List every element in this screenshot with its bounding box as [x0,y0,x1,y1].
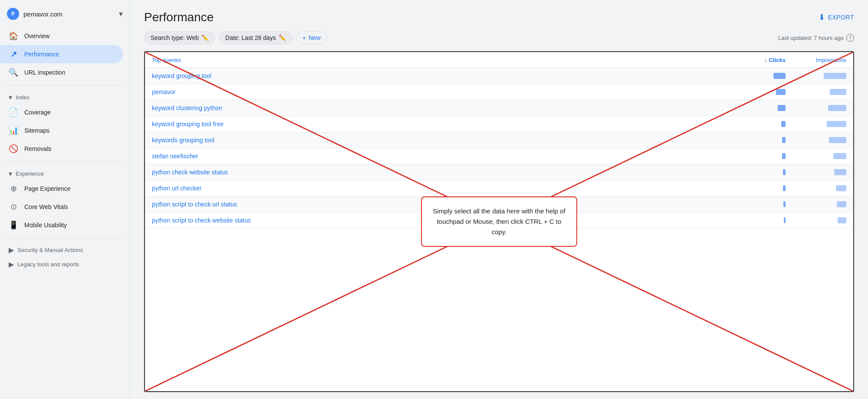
table-row[interactable]: python check website status [145,164,853,180]
impressions-bar-cell [786,153,846,159]
query-text: python url checker [152,185,725,192]
experience-arrow-icon: ▾ [9,170,12,178]
divider-1 [7,85,123,85]
impressions-bar-cell [786,105,846,111]
divider-3 [7,238,123,238]
table-row[interactable]: pemavor [145,84,853,100]
clicks-bar [781,121,786,127]
main-content: Performance ⬇ EXPORT Search type: Web ✏️… [130,0,868,399]
section-index[interactable]: ▾ Index [0,89,130,103]
section-security-label: Security & Manual Actions [17,247,83,253]
impressions-bar-cell [786,169,846,175]
date-label: Date: Last 28 days [225,34,276,41]
col-impressions-header[interactable]: Impressions [786,57,846,63]
search-type-label: Search type: Web [151,34,199,41]
sidebar-item-url-inspection[interactable]: 🔍 URL inspection [0,63,123,82]
section-security-manual[interactable]: ▶ Security & Manual Actions [0,242,130,256]
impressions-bar-cell [786,137,846,143]
sidebar-item-performance[interactable]: ↗ Performance [0,45,123,63]
help-icon[interactable]: ? [846,34,854,42]
table-row[interactable]: keyword grouping tool [145,68,853,84]
query-text: keyword grouping tool [152,72,725,79]
sidebar-item-page-experience-label: Page Experience [24,185,71,192]
clicks-bar-cell [725,73,786,79]
section-index-label: Index [16,94,30,101]
performance-icon: ↗ [9,49,18,59]
coverage-icon: 📄 [9,108,18,117]
clicks-bar [783,185,786,191]
export-button[interactable]: ⬇ EXPORT [819,13,854,22]
sidebar-item-mobile-usability[interactable]: 📱 Mobile Usability [0,216,123,234]
sidebar-item-core-web-vitals[interactable]: ⊙ Core Web Vitals [0,198,123,216]
query-text: keyword clustering python [152,105,725,111]
table-row[interactable]: keywords grouping tool [145,132,853,148]
impressions-bar [836,185,846,191]
new-icon: + [302,34,306,41]
impressions-bar [837,201,846,207]
sidebar-item-overview[interactable]: 🏠 Overview [0,27,123,45]
sidebar-item-removals[interactable]: 🚫 Removals [0,140,123,158]
sidebar-item-url-inspection-label: URL inspection [24,69,65,76]
section-experience[interactable]: ▾ Experience [0,165,130,180]
clicks-bar-cell [725,169,786,175]
divider-2 [7,161,123,162]
site-name: pemavor.com [23,10,115,18]
site-dropdown-arrow[interactable]: ▾ [119,9,123,19]
table-row[interactable]: keyword grouping tool free [145,116,853,132]
query-text: keywords grouping tool [152,137,725,144]
sidebar-item-core-web-vitals-label: Core Web Vitals [24,203,68,210]
sidebar-nav: 🏠 Overview ↗ Performance 🔍 URL inspectio… [0,25,130,399]
section-legacy-tools[interactable]: ▶ Legacy tools and reports [0,256,130,270]
clicks-bar-cell [725,201,786,207]
col-query-header[interactable]: Top queries [152,57,725,63]
query-text: stefan neefischer [152,153,725,160]
search-type-filter[interactable]: Search type: Web ✏️ [144,31,215,44]
removals-icon: 🚫 [9,144,18,154]
impressions-bar [838,217,846,223]
sort-arrow-icon: ↓ [764,56,767,63]
sidebar-item-sitemaps[interactable]: 📊 Sitemaps [0,121,123,140]
search-type-edit-icon: ✏️ [201,34,209,41]
sidebar-item-page-experience[interactable]: ⊕ Page Experience [0,180,123,198]
table-row[interactable]: python url checker [145,180,853,196]
impressions-bar [824,73,846,79]
new-filter-button[interactable]: + New [296,31,327,44]
impressions-bar-cell [786,73,846,79]
clicks-bar-cell [725,121,786,127]
impressions-bar [827,121,846,127]
sidebar-item-coverage-label: Coverage [24,109,51,116]
svg-line-2 [145,222,499,391]
table-header: Top queries ↓ Clicks Impressions [145,52,853,68]
legacy-arrow-icon: ▶ [9,260,14,268]
new-label: New [309,34,321,41]
clicks-bar-cell [725,185,786,191]
security-arrow-icon: ▶ [9,246,14,254]
sidebar-item-performance-label: Performance [24,51,59,58]
clicks-bar-cell [725,105,786,111]
date-filter[interactable]: Date: Last 28 days ✏️ [219,31,293,44]
date-edit-icon: ✏️ [279,34,286,41]
mobile-usability-icon: 📱 [9,220,18,230]
search-icon: 🔍 [9,68,18,77]
sidebar-item-removals-label: Removals [24,145,51,152]
site-icon: P [7,8,19,20]
export-label: EXPORT [828,14,854,21]
impressions-bar [828,105,846,111]
col-clicks-header[interactable]: ↓ Clicks [725,56,786,63]
last-updated-text: Last updated: 7 hours ago [778,35,844,41]
impressions-bar-cell [786,89,846,95]
index-arrow-icon: ▾ [9,93,12,101]
page-experience-icon: ⊕ [9,184,18,193]
clicks-bar [784,217,786,223]
clicks-bar [782,153,786,159]
clicks-bar-cell [725,137,786,143]
table-row[interactable]: keyword clustering python [145,100,853,116]
table-row[interactable]: stefan neefischer [145,148,853,164]
clicks-bar [782,137,786,143]
page-title: Performance [144,10,214,24]
sidebar-item-coverage[interactable]: 📄 Coverage [0,103,123,121]
impressions-bar [833,153,846,159]
impressions-bar-cell [786,121,846,127]
clicks-bar-cell [725,217,786,223]
sidebar-header: P pemavor.com ▾ [0,0,130,25]
